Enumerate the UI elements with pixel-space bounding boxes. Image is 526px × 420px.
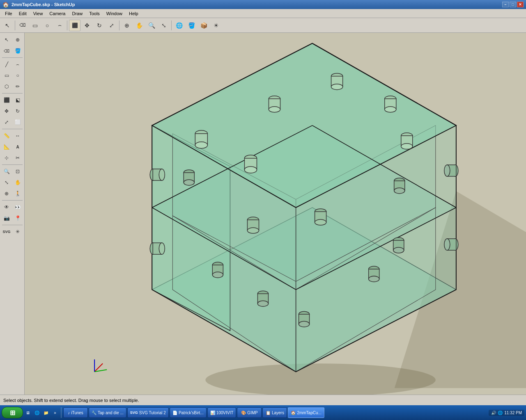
viewport[interactable]	[25, 33, 526, 395]
lt-orbit2[interactable]: ⊕	[1, 188, 12, 199]
taskbar-tapdie[interactable]: 🔧 Tap and die ...	[89, 407, 126, 418]
menu-draw[interactable]: Draw	[69, 10, 86, 17]
lt-text[interactable]: A	[12, 142, 23, 152]
ql-ie[interactable]: 🌐	[33, 409, 41, 417]
window-controls: − □ ✕	[502, 2, 524, 7]
left-toolbar: ↖ ⊕ ⌫ 🪣 ╱ ⌢ ▭ ○ ⬡ ✏ ⬛ ⬕ ✥ ↻ ⤢	[0, 33, 25, 395]
ql-explorer[interactable]: 📁	[42, 409, 50, 417]
toolbar-shadow[interactable]: ☀	[210, 20, 222, 31]
lt-pan[interactable]: ✋	[12, 177, 23, 188]
svg-point-51	[159, 169, 165, 180]
lt-freehand[interactable]: ✏	[12, 81, 23, 92]
toolbar-orbit[interactable]: ⊕	[121, 20, 133, 31]
taskbar-100vivit-label: 100VIVIT	[216, 411, 234, 415]
toolbar-pan[interactable]: ✋	[133, 20, 145, 31]
svg-point-72	[369, 276, 379, 282]
menu-view[interactable]: View	[30, 10, 46, 17]
lt-tape[interactable]: 📏	[1, 130, 12, 141]
toolbar-zoom-extents[interactable]: ⤡	[158, 20, 170, 31]
lt-circle[interactable]: ○	[12, 70, 23, 81]
taskbar-sketchup[interactable]: 🏠 2mmTapCu...	[288, 407, 324, 418]
toolbar-rectangle[interactable]: ▭	[29, 20, 41, 31]
taskbar-itunes[interactable]: ♪ iTunes	[63, 407, 88, 418]
lt-camera[interactable]: 📷	[1, 213, 12, 224]
lt-xray[interactable]: 👁	[1, 202, 12, 212]
lt-dimension[interactable]: ↔	[12, 130, 23, 141]
lt-scale[interactable]: ⤢	[1, 117, 12, 128]
svg-point-36	[331, 84, 343, 90]
toolbar-zoom[interactable]: 🔍	[146, 20, 157, 31]
lt-arc[interactable]: ⌢	[12, 59, 23, 70]
taskbar-gimp[interactable]: 🎨 GIMP	[237, 407, 262, 418]
lt-separator	[2, 164, 23, 165]
taskbar: ⊞ 🖥 🌐 📁 » ♪ iTunes 🔧 Tap and die ... SVG…	[0, 405, 526, 420]
menu-window[interactable]: Window	[103, 10, 126, 17]
ql-show-desktop[interactable]: 🖥	[24, 409, 32, 417]
titlebar: 🏠 2mmTapCube.skp - SketchUp − □ ✕	[0, 0, 526, 9]
lt-lookaround[interactable]: 👀	[12, 202, 23, 212]
toolbar-eraser[interactable]: ⌫	[17, 20, 28, 31]
lt-followme[interactable]: ⬕	[12, 95, 23, 105]
lt-rectangle[interactable]: ▭	[1, 70, 12, 81]
lt-section[interactable]: ✂	[12, 153, 23, 163]
toolbar-move[interactable]: ✥	[81, 20, 93, 31]
minimize-button[interactable]: −	[502, 2, 509, 7]
lt-offset[interactable]: ⬜	[12, 117, 23, 128]
lt-paint[interactable]: 🪣	[12, 46, 23, 56]
ql-more[interactable]: »	[51, 409, 59, 417]
system-tray: 🔊 🌐 11:32 PM	[489, 410, 524, 416]
toolbar-scale[interactable]: ⤢	[106, 20, 117, 31]
maximize-button[interactable]: □	[510, 2, 516, 7]
lt-rotate[interactable]: ↻	[12, 106, 23, 116]
toolbar-rotate[interactable]: ↻	[94, 20, 105, 31]
taskbar-tapdie-label: Tap and die ...	[98, 411, 124, 415]
lt-eraser[interactable]: ⌫	[1, 46, 12, 56]
menu-tools[interactable]: Tools	[86, 10, 103, 17]
menu-edit[interactable]: Edit	[16, 10, 30, 17]
toolbar-globe[interactable]: 🌐	[173, 20, 185, 31]
taskbar-sketchup-icon: 🏠	[291, 411, 296, 415]
lt-zoom[interactable]: 🔍	[1, 166, 12, 177]
lt-axes[interactable]: ⊹	[1, 153, 12, 163]
taskbar-layers[interactable]: 📋 Layers	[262, 407, 287, 418]
toolbar-materials[interactable]: 🪣	[186, 20, 197, 31]
toolbar-circle[interactable]: ○	[41, 20, 53, 31]
taskbar-100vivit[interactable]: 📊 100VIVIT	[207, 407, 237, 418]
lt-line[interactable]: ╱	[1, 59, 12, 70]
svg-point-66	[257, 301, 268, 306]
taskbar-svg[interactable]: SVG SVG Tutorial 2	[127, 407, 169, 418]
toolbar-select[interactable]: ↖	[2, 20, 13, 31]
app-icon: 🏠	[2, 2, 9, 8]
lt-move[interactable]: ✥	[1, 106, 12, 116]
menu-help[interactable]: Help	[126, 10, 142, 17]
toolbar-components[interactable]: 📦	[198, 20, 209, 31]
status-text: Select objects. Shift to extend select. …	[3, 398, 139, 403]
lt-svg[interactable]: SVG	[1, 226, 12, 237]
svg-point-33	[269, 107, 280, 112]
svg-point-75	[393, 247, 404, 253]
start-button[interactable]: ⊞	[2, 407, 23, 418]
svg-point-30	[244, 167, 257, 173]
tray-network-icon[interactable]: 🌐	[498, 411, 503, 415]
lt-pushpull[interactable]: ⬛	[1, 95, 12, 105]
lt-orbit[interactable]: ⊕	[12, 34, 23, 45]
lt-polygon[interactable]: ⬡	[1, 81, 12, 92]
lt-zoom-window[interactable]: ⊡	[12, 166, 23, 177]
toolbar-pushpull[interactable]: ⬛	[69, 20, 80, 31]
lt-protractor[interactable]: 📐	[1, 142, 12, 152]
lt-plugin[interactable]: ✳	[12, 226, 23, 237]
close-button[interactable]: ✕	[517, 2, 524, 7]
lt-walk[interactable]: 🚶	[12, 188, 23, 199]
lt-zoom-extents[interactable]: ⤡	[1, 177, 12, 188]
taskbar-patrick[interactable]: 📄 Patrick'sBirt...	[170, 407, 207, 418]
menu-camera[interactable]: Camera	[46, 10, 69, 17]
tray-speaker-icon[interactable]: 🔊	[491, 411, 496, 415]
menu-file[interactable]: File	[2, 10, 16, 17]
lt-select[interactable]: ↖	[1, 34, 12, 45]
canvas-area[interactable]	[25, 33, 526, 395]
lt-pos2[interactable]: 📍	[12, 213, 23, 224]
svg-point-60	[394, 188, 405, 194]
svg-point-81	[444, 239, 450, 250]
toolbar-arc[interactable]: ⌢	[54, 20, 65, 31]
lt-separator	[2, 225, 23, 225]
